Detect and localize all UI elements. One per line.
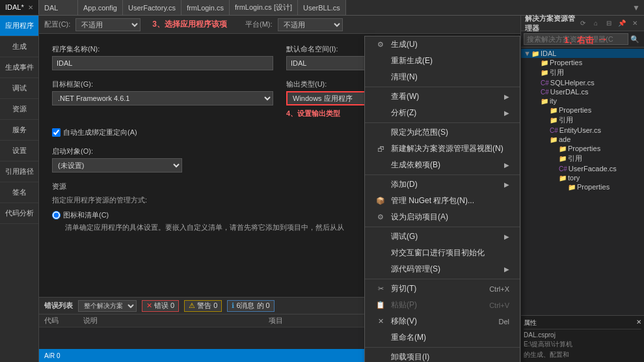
sidebar-item-signing[interactable]: 签名 [0, 182, 38, 203]
menu-item-analyze[interactable]: 分析(Z) ▶ [365, 105, 520, 121]
filter-icon[interactable]: ⊟ [604, 20, 614, 27]
tree-item-refs3[interactable]: 📁 引用 [521, 153, 644, 164]
tree-item-ade[interactable]: 📁 ade [521, 135, 644, 144]
warning-count: 警告 0 [197, 301, 217, 311]
tree-label: ity [550, 97, 641, 105]
arrow-icon: ▶ [504, 181, 509, 188]
menu-item-init-interactive[interactable]: 对交互窗口进行项目初始化 [365, 245, 520, 261]
tab-idal[interactable]: IDAL* ✕ [0, 0, 39, 15]
tab-overflow-button[interactable]: ▼ [628, 0, 644, 15]
shortcut-text: Ctrl+X [489, 285, 509, 293]
tree-item-userfacade[interactable]: C# UserFacade.cs [521, 164, 644, 173]
tab-appconfig[interactable]: App.config [78, 0, 123, 15]
tree-item-ity[interactable]: 📁 ity [521, 96, 644, 105]
tree-item-props2[interactable]: 📁 Properties [521, 105, 644, 115]
tab-userbll[interactable]: UserBLL.cs [298, 0, 346, 15]
sidebar-item-application[interactable]: 应用程序 [0, 16, 38, 36]
close-icon[interactable]: ✕ [630, 20, 640, 27]
sidebar-item-ref-paths[interactable]: 引用路径 [0, 161, 38, 182]
menu-item-remove[interactable]: ✕ 移除(V) Del [365, 313, 520, 329]
pin-icon[interactable]: 📌 [617, 20, 627, 27]
arrow-icon: ▶ [504, 266, 509, 273]
tab-frmlogin-design[interactable]: frmLogin.cs [设计] [230, 0, 298, 15]
menu-divider-4 [365, 227, 520, 227]
nuget-icon: 📦 [375, 197, 386, 205]
tab-label: App.config [83, 4, 117, 12]
tree-label: ade [559, 135, 641, 143]
menu-item-deps[interactable]: 生成依赖项(B) ▶ [365, 157, 520, 173]
icon-radio[interactable] [52, 211, 60, 219]
tree-label: tory [568, 174, 641, 182]
sync-icon[interactable]: ⟳ [578, 20, 588, 27]
menu-item-source-control[interactable]: 源代码管理(S) ▶ [365, 261, 520, 277]
solution-explorer-header: 解决方案资源管理器 ⟳ ⌂ ⊟ 📌 ✕ [521, 16, 644, 31]
tree-item-refs2[interactable]: 📁 引用 [521, 115, 644, 126]
startup-object-select[interactable]: (未设置) [52, 158, 182, 173]
cs-file-icon: C# [550, 127, 558, 134]
menu-item-new-view[interactable]: 🗗 新建解决方案资源管理器视图(N) [365, 141, 520, 157]
menu-item-build[interactable]: ⚙ 生成(U) [365, 36, 520, 53]
assembly-name-group: 程序集名称(N): [52, 44, 273, 70]
solution-explorer-title: 解决方案资源管理器 [525, 14, 578, 33]
right-arrow-icon: → [597, 33, 608, 46]
folder-icon: 📁 [559, 155, 567, 162]
context-menu: ⚙ 生成(U) 重新生成(E) 清理(N) 查看(W) ▶ 分析(Z) ▶ 限定… [364, 36, 520, 362]
menu-item-debug[interactable]: 调试(G) ▶ [365, 229, 520, 245]
sidebar-item-build[interactable]: 生成 [0, 36, 38, 57]
folder-icon: 📁 [568, 184, 576, 191]
sidebar-item-settings[interactable]: 设置 [0, 141, 38, 161]
menu-item-add[interactable]: 添加(D) ▶ [365, 176, 520, 193]
tree-item-userdal[interactable]: C# UserDAL.cs [521, 87, 644, 96]
tree-item-idal[interactable]: ▼ 📁 IDAL [521, 49, 644, 58]
menu-item-clean[interactable]: 清理(N) [365, 69, 520, 85]
platform-select[interactable]: 不适用 [278, 18, 343, 31]
tab-dal[interactable]: DAL [39, 0, 78, 15]
search-button[interactable]: 🔍 [628, 35, 641, 44]
menu-item-unload[interactable]: 卸载项目(I) [365, 349, 520, 362]
tree-item-props3[interactable]: 📁 Properties [521, 144, 644, 153]
error-scope-select[interactable]: 整个解决方案 [78, 300, 137, 312]
menu-item-cut[interactable]: ✂ 剪切(T) Ctrl+X [365, 281, 520, 297]
menu-item-rebuild[interactable]: 重新生成(E) [365, 53, 520, 69]
tab-label: DAL [44, 4, 58, 12]
menu-item-nuget[interactable]: 📦 管理 NuGet 程序包(N)... [365, 193, 520, 209]
right-panel: 解决方案资源管理器 ⟳ ⌂ ⊟ 📌 ✕ 1、右击 → 🔍 [520, 16, 644, 362]
new-view-icon: 🗗 [375, 145, 386, 153]
tree-item-sqlhelper[interactable]: C# SQLHelper.cs [521, 78, 644, 87]
error-count: 错误 0 [154, 301, 174, 311]
tab-close-icon[interactable]: ✕ [28, 4, 33, 11]
tree-item-properties[interactable]: 📁 Properties [521, 58, 644, 67]
info-count: 6消息 的 0 [236, 301, 269, 311]
tree-item-tory[interactable]: 📁 tory [521, 173, 644, 182]
menu-item-rename[interactable]: 重命名(M) [365, 329, 520, 346]
sidebar-item-services[interactable]: 服务 [0, 120, 38, 141]
assembly-name-input[interactable] [52, 56, 273, 70]
tree-item-props4[interactable]: 📁 Properties [521, 182, 644, 191]
home-icon[interactable]: ⌂ [591, 20, 601, 27]
tab-label: frmLogin.cs [设计] [235, 3, 292, 12]
arrow-icon: ▶ [504, 161, 509, 169]
tree-item-entityuser[interactable]: C# EntityUser.cs [521, 126, 644, 135]
sidebar-item-debug[interactable]: 调试 [0, 78, 38, 99]
tree-label: UserDAL.cs [550, 88, 641, 96]
sidebar-item-code-analysis[interactable]: 代码分析 [0, 203, 38, 224]
prop-close[interactable]: ✕ [636, 318, 641, 327]
info-badge[interactable]: ℹ 6消息 的 0 [227, 300, 274, 312]
menu-item-paste[interactable]: 📋 粘贴(P) Ctrl+V [365, 297, 520, 313]
target-framework-select[interactable]: .NET Framework 4.6.1 [52, 91, 273, 105]
sidebar-item-build-events[interactable]: 生成事件 [0, 57, 38, 78]
menu-item-scope[interactable]: 限定为此范围(S) [365, 124, 520, 141]
tab-userfactory[interactable]: UserFactory.cs [123, 0, 181, 15]
auto-generate-checkbox[interactable] [52, 128, 60, 137]
tab-frmlogin[interactable]: frmLogin.cs [181, 0, 230, 15]
annotation-step3: 3、选择应用程序该项 [152, 19, 227, 30]
tree-item-refs[interactable]: 📁 引用 [521, 67, 644, 78]
warning-badge[interactable]: ⚠ 警告 0 [184, 300, 222, 312]
menu-item-view[interactable]: 查看(W) ▶ [365, 89, 520, 105]
error-badge[interactable]: ✕ 错误 0 [142, 300, 179, 312]
sidebar-item-resources[interactable]: 资源 [0, 99, 38, 120]
config-select[interactable]: 不适用 [75, 18, 141, 31]
build-icon: ⚙ [375, 40, 386, 49]
menu-item-set-startup[interactable]: ⚙ 设为启动项目(A) [365, 209, 520, 225]
warning-icon: ⚠ [189, 301, 195, 310]
